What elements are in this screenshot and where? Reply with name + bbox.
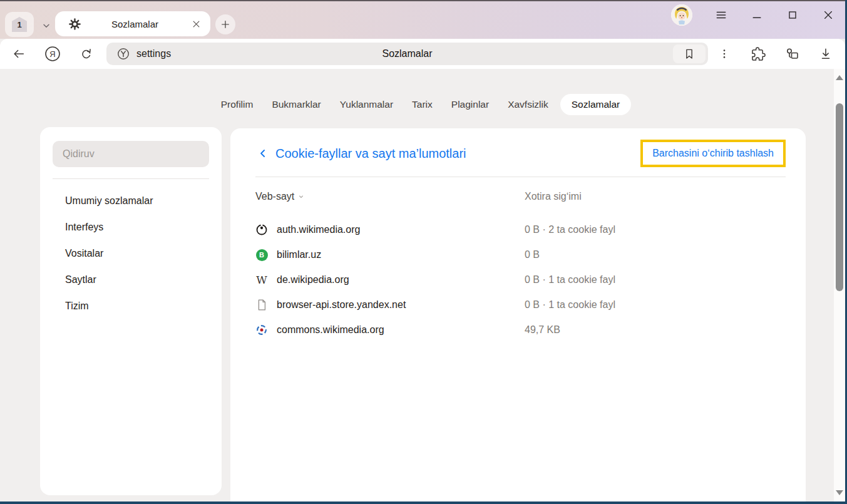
- site-storage: 0 B · 2 ta cookie fayl: [525, 224, 615, 235]
- tab-profilim[interactable]: Profilim: [214, 94, 260, 115]
- svg-text:Я: Я: [49, 49, 55, 59]
- table-row[interactable]: B bilimlar.uz 0 B: [255, 242, 786, 267]
- site-table: auth.wikimedia.org 0 B · 2 ta cookie fay…: [255, 217, 786, 342]
- sidebar-item-vositalar[interactable]: Vositalar: [40, 240, 222, 267]
- bilimlar-favicon: B: [255, 249, 268, 261]
- tab-xavfsizlik[interactable]: Xavfsizlik: [501, 94, 555, 115]
- site-storage: 0 B · 1 ta cookie fayl: [525, 274, 615, 285]
- tab-yuklanmalar[interactable]: Yuklanmalar: [333, 94, 400, 115]
- settings-sidebar: Umumiy sozlamalar Interfeys Vositalar Sa…: [40, 127, 222, 495]
- reload-icon: [80, 47, 93, 61]
- back-button[interactable]: [255, 146, 270, 161]
- window-controls: [671, 4, 835, 26]
- sidebar-item-interfeys[interactable]: Interfeys: [40, 214, 222, 240]
- search-input[interactable]: [53, 141, 209, 167]
- toolbar-right-cluster: [713, 43, 837, 65]
- menu-button[interactable]: [714, 8, 728, 22]
- panel-header: Cookie-fayllar va sayt ma’lumotlari Barc…: [255, 138, 786, 168]
- scroll-down-arrow[interactable]: [836, 490, 843, 495]
- yandex-logo-icon: Я: [43, 44, 62, 63]
- storage-column-header: Xotira sigʻimi: [525, 191, 582, 202]
- tab-bukmarklar[interactable]: Bukmarklar: [265, 94, 327, 115]
- scrollbar-thumb[interactable]: [836, 103, 843, 291]
- tab-tarix[interactable]: Tarix: [405, 94, 439, 115]
- arrow-left-icon: [12, 47, 26, 61]
- kebab-menu-icon: [718, 48, 731, 60]
- site-storage: 0 B · 1 ta cookie fayl: [525, 299, 615, 311]
- plus-icon: [220, 19, 230, 29]
- tab-title: Sozlamalar: [81, 19, 189, 29]
- wikipedia-favicon: W: [255, 274, 268, 286]
- page-title: Sozlamalar: [106, 48, 708, 59]
- reload-button[interactable]: [75, 43, 98, 65]
- scroll-up-arrow[interactable]: [836, 75, 843, 80]
- site-domain: browser-api.store.yandex.net: [277, 299, 406, 311]
- panel-title: Cookie-fayllar va sayt ma’lumotlari: [275, 147, 466, 161]
- minimize-icon: [751, 9, 763, 21]
- avatar[interactable]: [671, 4, 692, 26]
- gear-icon: [69, 18, 81, 30]
- site-storage: 0 B: [525, 249, 540, 260]
- settings-nav-tabs: Profilim Bukmarklar Yuklanmalar Tarix Pl…: [0, 93, 845, 116]
- tab-plaginlar[interactable]: Plaginlar: [444, 94, 496, 115]
- sidebar-item-saytlar[interactable]: Saytlar: [40, 267, 222, 293]
- table-row[interactable]: W de.wikipedia.org 0 B · 1 ta cookie fay…: [255, 267, 786, 292]
- bookmark-icon: [683, 48, 696, 60]
- extensions-button[interactable]: [747, 43, 769, 65]
- cookies-panel: Cookie-fayllar va sayt ma’lumotlari Barc…: [230, 128, 806, 501]
- site-domain: commons.wikimedia.org: [277, 324, 384, 336]
- chevron-left-icon: [257, 147, 269, 160]
- address-bar[interactable]: settings Sozlamalar: [106, 43, 708, 65]
- commons-favicon: [255, 324, 268, 336]
- key-card-icon: [784, 46, 799, 61]
- site-column-sort[interactable]: Veb-sayt: [255, 191, 305, 202]
- delete-all-button[interactable]: Barchasini oʻchirib tashlash: [640, 140, 786, 167]
- puzzle-icon: [751, 47, 766, 61]
- download-icon: [819, 47, 833, 61]
- site-domain: bilimlar.uz: [277, 249, 321, 260]
- scrollbar[interactable]: [834, 69, 845, 501]
- tab-list-chevron-button[interactable]: [38, 17, 55, 34]
- table-row[interactable]: browser-api.store.yandex.net 0 B · 1 ta …: [255, 292, 786, 317]
- tab-counter-button[interactable]: 1: [5, 12, 34, 37]
- site-storage: 49,7 KB: [525, 324, 560, 336]
- panel-divider: [255, 177, 786, 177]
- site-domain: de.wikipedia.org: [277, 274, 349, 285]
- sidebar-item-umumiy-sozlamalar[interactable]: Umumiy sozlamalar: [40, 188, 222, 214]
- back-navigation-button[interactable]: [8, 43, 30, 65]
- wikimedia-favicon: [255, 224, 268, 236]
- maximize-icon: [786, 9, 799, 21]
- bookmark-button[interactable]: [673, 44, 706, 63]
- sort-chevron-icon: [297, 193, 305, 200]
- browser-window: 1 Sozlamalar: [0, 0, 847, 504]
- downloads-button[interactable]: [814, 43, 837, 65]
- tab-count-badge: 1: [12, 17, 27, 32]
- tab-count: 1: [17, 20, 21, 29]
- sidebar-item-tizim[interactable]: Tizim: [40, 293, 222, 319]
- chevron-down-icon: [41, 21, 51, 31]
- new-tab-button[interactable]: [215, 14, 235, 34]
- sidebar-divider: [53, 178, 209, 179]
- close-tab-icon[interactable]: [189, 17, 203, 31]
- table-header: Veb-sayt Xotira sigʻimi: [255, 188, 786, 205]
- close-icon: [822, 9, 834, 21]
- maximize-button[interactable]: [786, 8, 799, 22]
- yandex-home-button[interactable]: Я: [41, 43, 64, 65]
- address-value: settings: [136, 48, 171, 59]
- tab-bar: 1 Sozlamalar: [0, 0, 845, 39]
- tab-sozlamalar[interactable]: Sozlamalar: [560, 94, 632, 115]
- close-window-button[interactable]: [821, 8, 835, 22]
- sidebar-list: Umumiy sozlamalar Interfeys Vositalar Sa…: [40, 188, 222, 319]
- document-favicon: [255, 299, 268, 311]
- table-row[interactable]: auth.wikimedia.org 0 B · 2 ta cookie fay…: [255, 217, 786, 242]
- password-manager-button[interactable]: [781, 43, 803, 65]
- more-options-button[interactable]: [713, 43, 736, 65]
- table-row[interactable]: commons.wikimedia.org 49,7 KB: [255, 317, 786, 342]
- hamburger-icon: [715, 9, 727, 21]
- site-domain: auth.wikimedia.org: [277, 224, 360, 235]
- minimize-button[interactable]: [750, 8, 764, 22]
- browser-toolbar: Я settings Sozlamalar: [0, 39, 845, 69]
- browser-tab-settings[interactable]: Sozlamalar: [55, 11, 210, 36]
- settings-page: Profilim Bukmarklar Yuklanmalar Tarix Pl…: [0, 69, 845, 501]
- site-column-header: Veb-sayt: [255, 191, 294, 202]
